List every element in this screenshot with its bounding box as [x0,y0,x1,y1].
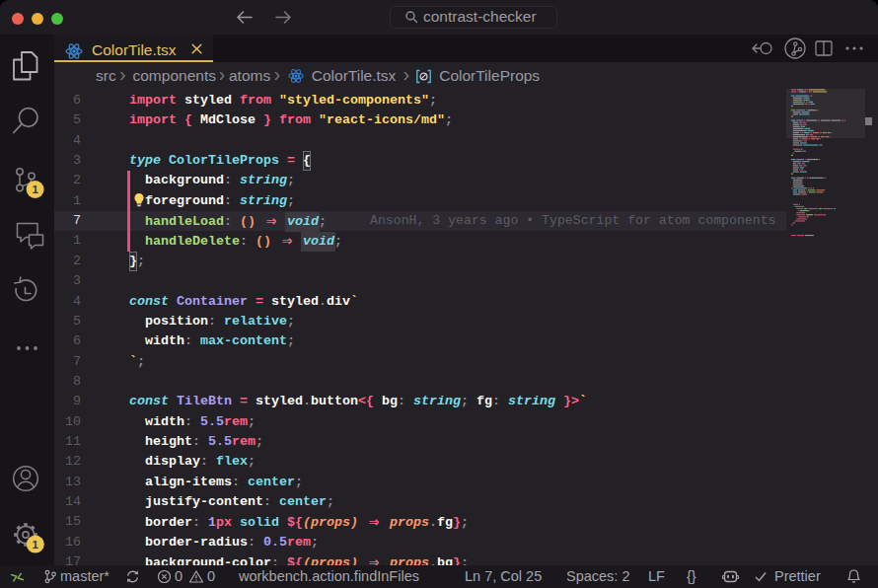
svg-text:1: 1 [33,539,39,551]
svg-text:1: 1 [32,184,38,195]
